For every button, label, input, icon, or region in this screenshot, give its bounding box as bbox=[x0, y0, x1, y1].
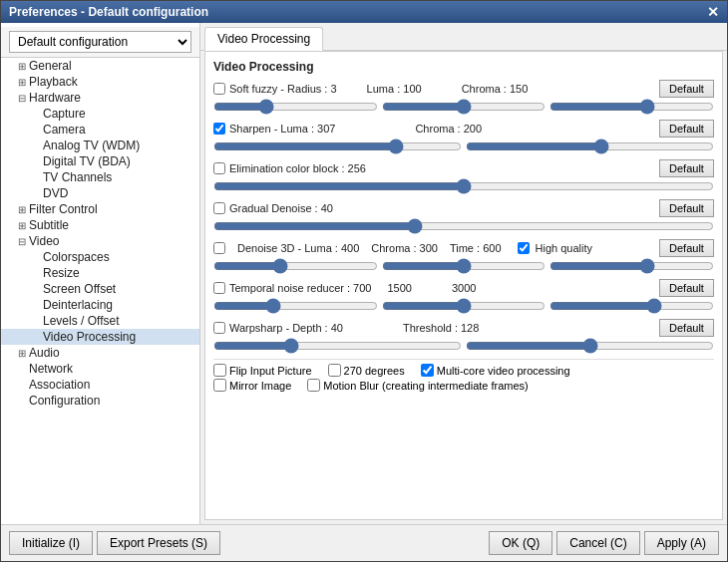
sidebar-item-label: Video Processing bbox=[43, 330, 136, 344]
preferences-window: Preferences - Default configuration ✕ De… bbox=[0, 0, 728, 562]
high-quality-checkbox[interactable] bbox=[518, 242, 530, 254]
sidebar-item-analog-tv[interactable]: Analog TV (WDM) bbox=[1, 138, 199, 153]
soft-fuzzy-default-btn[interactable]: Default bbox=[659, 80, 714, 98]
warpsharp-default-btn[interactable]: Default bbox=[659, 319, 714, 337]
cancel-button[interactable]: Cancel (C) bbox=[556, 531, 639, 555]
warpsharp-threshold-slider[interactable] bbox=[466, 339, 714, 353]
270degrees-checkbox[interactable] bbox=[328, 364, 341, 377]
expand-icon: ⊟ bbox=[15, 93, 29, 104]
sharpen-sliders bbox=[213, 140, 714, 153]
close-button[interactable]: ✕ bbox=[707, 5, 719, 19]
sidebar-item-capture[interactable]: Capture bbox=[1, 106, 199, 122]
sidebar-top: Default configuration bbox=[1, 27, 199, 58]
initialize-button[interactable]: Initialize (I) bbox=[9, 531, 93, 555]
denoise3d-default-btn[interactable]: Default bbox=[659, 239, 714, 257]
warpsharp-checkbox[interactable] bbox=[213, 322, 225, 334]
tab-bar: Video Processing bbox=[200, 23, 727, 51]
sidebar-item-hardware[interactable]: ⊟ Hardware bbox=[1, 90, 199, 106]
temporal-noise-slider3[interactable] bbox=[549, 299, 714, 313]
temporal-noise-default-btn[interactable]: Default bbox=[659, 279, 714, 297]
expand-icon: ⊞ bbox=[15, 220, 29, 231]
gradual-denoise-default-btn[interactable]: Default bbox=[659, 199, 714, 217]
expand-icon: ⊟ bbox=[15, 236, 29, 247]
temporal-noise-row: Temporal noise reducer : 700 1500 3000 D… bbox=[213, 279, 714, 297]
denoise3d-row: Denoise 3D - Luma : 400 Chroma : 300 Tim… bbox=[213, 239, 714, 257]
sidebar-item-filter-control[interactable]: ⊞ Filter Control bbox=[1, 201, 199, 217]
sidebar-item-screen-offset[interactable]: Screen Offset bbox=[1, 281, 199, 297]
sidebar-item-dvd[interactable]: DVD bbox=[1, 185, 199, 201]
sidebar: Default configuration ⊞ General ⊞ Playba… bbox=[1, 23, 200, 524]
tab-content: Video Processing Soft fuzzy - Radius : 3… bbox=[204, 51, 723, 520]
temporal-noise-checkbox[interactable] bbox=[213, 282, 225, 294]
sidebar-item-label: Playback bbox=[29, 75, 78, 89]
sidebar-item-association[interactable]: Association bbox=[1, 377, 199, 393]
soft-fuzzy-label: Soft fuzzy - Radius : 3 Luma : 100 Chrom… bbox=[213, 83, 659, 95]
content-area: Default configuration ⊞ General ⊞ Playba… bbox=[1, 23, 727, 524]
elimination-checkbox[interactable] bbox=[213, 162, 225, 174]
sidebar-item-network[interactable]: Network bbox=[1, 361, 199, 377]
sidebar-item-label: Digital TV (BDA) bbox=[43, 154, 131, 168]
elimination-slider[interactable] bbox=[213, 179, 714, 193]
export-presets-button[interactable]: Export Presets (S) bbox=[97, 531, 220, 555]
high-quality-label: High quality bbox=[518, 242, 592, 254]
motion-blur-checkbox[interactable] bbox=[307, 379, 320, 392]
sidebar-item-playback[interactable]: ⊞ Playback bbox=[1, 74, 199, 90]
sidebar-item-label: Audio bbox=[29, 346, 60, 360]
multi-core-label: Multi-core video processing bbox=[421, 364, 570, 377]
sidebar-item-resize[interactable]: Resize bbox=[1, 265, 199, 281]
sidebar-item-colorspaces[interactable]: Colorspaces bbox=[1, 249, 199, 265]
denoise3d-luma-slider[interactable] bbox=[213, 259, 378, 273]
temporal-noise-slider2[interactable] bbox=[382, 299, 546, 313]
warpsharp-depth-slider[interactable] bbox=[213, 339, 462, 353]
sidebar-item-label: Deinterlacing bbox=[43, 298, 113, 312]
apply-button[interactable]: Apply (A) bbox=[644, 531, 719, 555]
profile-dropdown[interactable]: Default configuration bbox=[9, 31, 191, 53]
sidebar-item-audio[interactable]: ⊞ Audio bbox=[1, 345, 199, 361]
expand-icon: ⊞ bbox=[15, 61, 29, 72]
sidebar-item-general[interactable]: ⊞ General bbox=[1, 58, 199, 74]
temporal-noise-label: Temporal noise reducer : 700 1500 3000 bbox=[213, 282, 659, 294]
sidebar-item-label: Screen Offset bbox=[43, 282, 116, 296]
mirror-image-checkbox[interactable] bbox=[213, 379, 226, 392]
sidebar-item-camera[interactable]: Camera bbox=[1, 122, 199, 138]
sidebar-item-video[interactable]: ⊟ Video bbox=[1, 233, 199, 249]
sidebar-item-label: Colorspaces bbox=[43, 250, 110, 264]
soft-fuzzy-luma-slider[interactable] bbox=[382, 100, 546, 114]
tab-video-processing[interactable]: Video Processing bbox=[204, 27, 323, 51]
flip-input-checkbox[interactable] bbox=[213, 364, 226, 377]
sidebar-item-digital-tv[interactable]: Digital TV (BDA) bbox=[1, 153, 199, 169]
gradual-denoise-slider[interactable] bbox=[213, 219, 714, 233]
gradual-denoise-label: Gradual Denoise : 40 bbox=[213, 202, 659, 214]
soft-fuzzy-chroma-slider[interactable] bbox=[549, 100, 714, 114]
sidebar-item-label: Camera bbox=[43, 123, 86, 137]
sharpen-default-btn[interactable]: Default bbox=[659, 120, 714, 138]
sidebar-item-tv-channels[interactable]: TV Channels bbox=[1, 169, 199, 185]
window-title: Preferences - Default configuration bbox=[9, 5, 208, 19]
denoise3d-time-slider[interactable] bbox=[549, 259, 714, 273]
denoise3d-checkbox[interactable] bbox=[213, 242, 225, 254]
sharpen-luma-slider[interactable] bbox=[213, 140, 462, 153]
gradual-denoise-checkbox[interactable] bbox=[213, 202, 225, 214]
sharpen-checkbox[interactable] bbox=[213, 123, 225, 135]
sharpen-chroma-slider[interactable] bbox=[466, 140, 714, 153]
sidebar-item-subtitle[interactable]: ⊞ Subtitle bbox=[1, 217, 199, 233]
sidebar-item-video-processing[interactable]: Video Processing bbox=[1, 329, 199, 345]
sidebar-item-label: Analog TV (WDM) bbox=[43, 139, 140, 152]
expand-icon: ⊞ bbox=[15, 348, 29, 359]
denoise3d-chroma-slider[interactable] bbox=[382, 259, 546, 273]
temporal-noise-slider1[interactable] bbox=[213, 299, 378, 313]
gradual-denoise-sliders bbox=[213, 219, 714, 233]
multi-core-checkbox[interactable] bbox=[421, 364, 434, 377]
sidebar-item-configuration[interactable]: Configuration bbox=[1, 393, 199, 409]
soft-fuzzy-radius-slider[interactable] bbox=[213, 100, 378, 114]
ok-button[interactable]: OK (Q) bbox=[489, 531, 552, 555]
footer-right-buttons: OK (Q) Cancel (C) Apply (A) bbox=[489, 531, 719, 555]
footer: Initialize (I) Export Presets (S) OK (Q)… bbox=[1, 524, 727, 561]
elimination-default-btn[interactable]: Default bbox=[659, 159, 714, 177]
warpsharp-row: Warpsharp - Depth : 40 Threshold : 128 D… bbox=[213, 319, 714, 337]
soft-fuzzy-checkbox[interactable] bbox=[213, 83, 225, 95]
sidebar-item-label: Filter Control bbox=[29, 202, 98, 216]
mirror-image-label: Mirror Image bbox=[213, 379, 291, 392]
sidebar-item-deinterlacing[interactable]: Deinterlacing bbox=[1, 297, 199, 313]
sidebar-item-levels-offset[interactable]: Levels / Offset bbox=[1, 313, 199, 329]
